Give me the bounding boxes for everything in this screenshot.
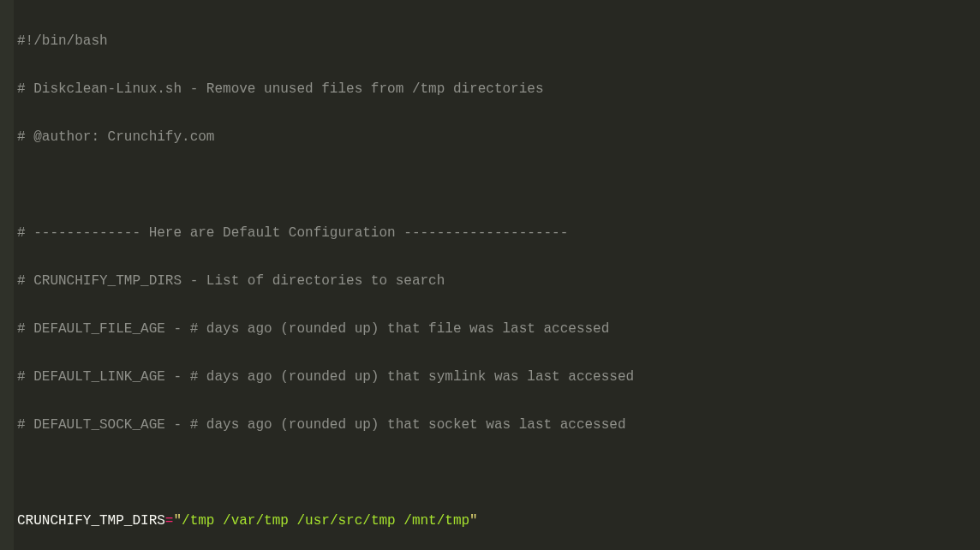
code-area[interactable]: #!/bin/bash # Diskclean-Linux.sh - Remov… — [14, 0, 980, 550]
comment: # Diskclean-Linux.sh - Remove unused fil… — [17, 81, 544, 97]
code-editor: #!/bin/bash # Diskclean-Linux.sh - Remov… — [0, 0, 980, 550]
code-line: CRUNCHIFY_TMP_DIRS="/tmp /var/tmp /usr/s… — [17, 509, 977, 533]
code-line: # DEFAULT_FILE_AGE - # days ago (rounded… — [17, 317, 977, 341]
editor-gutter — [0, 0, 14, 550]
string-quote: " — [173, 513, 182, 529]
variable-name: CRUNCHIFY_TMP_DIRS — [17, 513, 165, 529]
comment: # DEFAULT_SOCK_AGE - # days ago (rounded… — [17, 417, 626, 433]
string-quote: " — [469, 513, 478, 529]
code-line: # DEFAULT_LINK_AGE - # days ago (rounded… — [17, 365, 977, 389]
code-line: # Diskclean-Linux.sh - Remove unused fil… — [17, 77, 977, 101]
code-line: # CRUNCHIFY_TMP_DIRS - List of directori… — [17, 269, 977, 293]
code-line: # DEFAULT_SOCK_AGE - # days ago (rounded… — [17, 413, 977, 437]
comment: # DEFAULT_LINK_AGE - # days ago (rounded… — [17, 369, 634, 385]
operator: = — [165, 513, 174, 529]
code-line — [17, 461, 977, 485]
comment: # ------------- Here are Default Configu… — [17, 225, 568, 241]
code-line: #!/bin/bash — [17, 29, 977, 53]
string-value: /tmp /var/tmp /usr/src/tmp /mnt/tmp — [182, 513, 469, 529]
comment: # @author: Crunchify.com — [17, 129, 214, 145]
code-line: # ------------- Here are Default Configu… — [17, 221, 977, 245]
comment: # DEFAULT_FILE_AGE - # days ago (rounded… — [17, 321, 609, 337]
shebang: #!/bin/bash — [17, 33, 108, 49]
comment: # CRUNCHIFY_TMP_DIRS - List of directori… — [17, 273, 445, 289]
code-line — [17, 173, 977, 197]
code-line: # @author: Crunchify.com — [17, 125, 977, 149]
